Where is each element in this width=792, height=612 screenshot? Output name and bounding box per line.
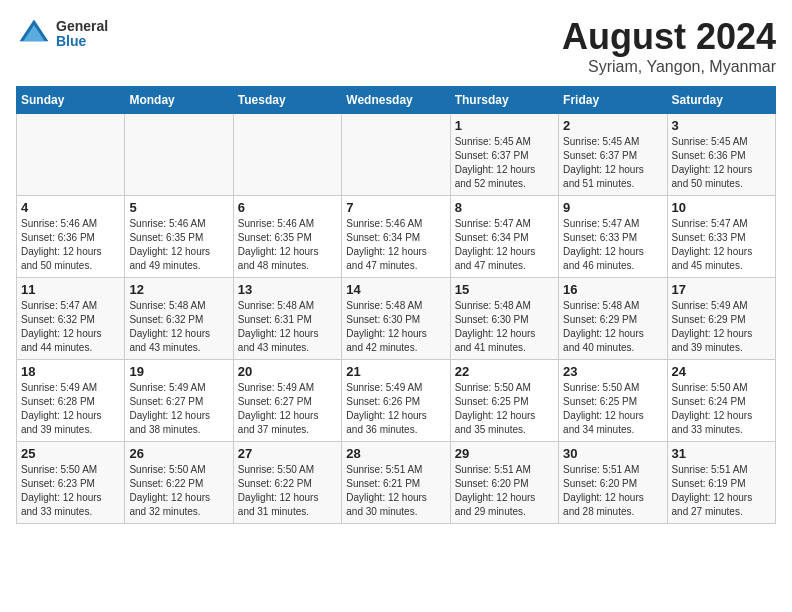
calendar-week-row: 18 Sunrise: 5:49 AMSunset: 6:28 PMDaylig… [17, 360, 776, 442]
calendar-week-row: 25 Sunrise: 5:50 AMSunset: 6:23 PMDaylig… [17, 442, 776, 524]
day-info: Sunrise: 5:49 AMSunset: 6:29 PMDaylight:… [672, 299, 771, 355]
day-number: 21 [346, 364, 445, 379]
day-info: Sunrise: 5:45 AMSunset: 6:36 PMDaylight:… [672, 135, 771, 191]
day-number: 22 [455, 364, 554, 379]
day-number: 31 [672, 446, 771, 461]
calendar-cell: 19 Sunrise: 5:49 AMSunset: 6:27 PMDaylig… [125, 360, 233, 442]
day-info: Sunrise: 5:50 AMSunset: 6:22 PMDaylight:… [129, 463, 228, 519]
calendar-cell: 21 Sunrise: 5:49 AMSunset: 6:26 PMDaylig… [342, 360, 450, 442]
header-day-sunday: Sunday [17, 87, 125, 114]
day-info: Sunrise: 5:50 AMSunset: 6:25 PMDaylight:… [455, 381, 554, 437]
day-number: 28 [346, 446, 445, 461]
title-area: August 2024 Syriam, Yangon, Myanmar [562, 16, 776, 76]
calendar-week-row: 11 Sunrise: 5:47 AMSunset: 6:32 PMDaylig… [17, 278, 776, 360]
calendar-cell: 7 Sunrise: 5:46 AMSunset: 6:34 PMDayligh… [342, 196, 450, 278]
day-info: Sunrise: 5:47 AMSunset: 6:33 PMDaylight:… [563, 217, 662, 273]
day-info: Sunrise: 5:48 AMSunset: 6:30 PMDaylight:… [455, 299, 554, 355]
day-number: 7 [346, 200, 445, 215]
calendar-cell: 23 Sunrise: 5:50 AMSunset: 6:25 PMDaylig… [559, 360, 667, 442]
calendar-cell: 13 Sunrise: 5:48 AMSunset: 6:31 PMDaylig… [233, 278, 341, 360]
day-info: Sunrise: 5:49 AMSunset: 6:27 PMDaylight:… [129, 381, 228, 437]
day-number: 24 [672, 364, 771, 379]
calendar-cell: 5 Sunrise: 5:46 AMSunset: 6:35 PMDayligh… [125, 196, 233, 278]
calendar-cell: 20 Sunrise: 5:49 AMSunset: 6:27 PMDaylig… [233, 360, 341, 442]
day-number: 19 [129, 364, 228, 379]
day-info: Sunrise: 5:50 AMSunset: 6:23 PMDaylight:… [21, 463, 120, 519]
header-day-thursday: Thursday [450, 87, 558, 114]
day-number: 29 [455, 446, 554, 461]
day-info: Sunrise: 5:46 AMSunset: 6:35 PMDaylight:… [238, 217, 337, 273]
calendar-cell: 16 Sunrise: 5:48 AMSunset: 6:29 PMDaylig… [559, 278, 667, 360]
day-number: 10 [672, 200, 771, 215]
calendar-cell: 9 Sunrise: 5:47 AMSunset: 6:33 PMDayligh… [559, 196, 667, 278]
calendar-cell: 30 Sunrise: 5:51 AMSunset: 6:20 PMDaylig… [559, 442, 667, 524]
calendar-week-row: 1 Sunrise: 5:45 AMSunset: 6:37 PMDayligh… [17, 114, 776, 196]
day-info: Sunrise: 5:51 AMSunset: 6:20 PMDaylight:… [455, 463, 554, 519]
day-info: Sunrise: 5:51 AMSunset: 6:19 PMDaylight:… [672, 463, 771, 519]
day-number: 2 [563, 118, 662, 133]
calendar-cell: 24 Sunrise: 5:50 AMSunset: 6:24 PMDaylig… [667, 360, 775, 442]
logo: General Blue [16, 16, 108, 52]
day-number: 30 [563, 446, 662, 461]
calendar-cell: 15 Sunrise: 5:48 AMSunset: 6:30 PMDaylig… [450, 278, 558, 360]
day-info: Sunrise: 5:46 AMSunset: 6:34 PMDaylight:… [346, 217, 445, 273]
header: General Blue August 2024 Syriam, Yangon,… [16, 16, 776, 76]
day-info: Sunrise: 5:45 AMSunset: 6:37 PMDaylight:… [563, 135, 662, 191]
calendar-cell: 12 Sunrise: 5:48 AMSunset: 6:32 PMDaylig… [125, 278, 233, 360]
calendar-cell: 14 Sunrise: 5:48 AMSunset: 6:30 PMDaylig… [342, 278, 450, 360]
day-info: Sunrise: 5:51 AMSunset: 6:21 PMDaylight:… [346, 463, 445, 519]
calendar-cell: 11 Sunrise: 5:47 AMSunset: 6:32 PMDaylig… [17, 278, 125, 360]
calendar-cell [233, 114, 341, 196]
calendar-cell: 10 Sunrise: 5:47 AMSunset: 6:33 PMDaylig… [667, 196, 775, 278]
day-number: 3 [672, 118, 771, 133]
calendar-cell [342, 114, 450, 196]
logo-blue: Blue [56, 34, 108, 49]
day-number: 26 [129, 446, 228, 461]
day-number: 27 [238, 446, 337, 461]
day-number: 20 [238, 364, 337, 379]
day-number: 12 [129, 282, 228, 297]
day-number: 18 [21, 364, 120, 379]
day-info: Sunrise: 5:50 AMSunset: 6:25 PMDaylight:… [563, 381, 662, 437]
header-day-tuesday: Tuesday [233, 87, 341, 114]
calendar-cell: 17 Sunrise: 5:49 AMSunset: 6:29 PMDaylig… [667, 278, 775, 360]
header-day-wednesday: Wednesday [342, 87, 450, 114]
calendar-cell: 25 Sunrise: 5:50 AMSunset: 6:23 PMDaylig… [17, 442, 125, 524]
header-day-saturday: Saturday [667, 87, 775, 114]
day-info: Sunrise: 5:48 AMSunset: 6:29 PMDaylight:… [563, 299, 662, 355]
day-info: Sunrise: 5:49 AMSunset: 6:26 PMDaylight:… [346, 381, 445, 437]
calendar-cell: 2 Sunrise: 5:45 AMSunset: 6:37 PMDayligh… [559, 114, 667, 196]
calendar-cell [17, 114, 125, 196]
day-number: 16 [563, 282, 662, 297]
day-number: 1 [455, 118, 554, 133]
calendar-table: SundayMondayTuesdayWednesdayThursdayFrid… [16, 86, 776, 524]
header-day-monday: Monday [125, 87, 233, 114]
calendar-cell: 18 Sunrise: 5:49 AMSunset: 6:28 PMDaylig… [17, 360, 125, 442]
day-info: Sunrise: 5:51 AMSunset: 6:20 PMDaylight:… [563, 463, 662, 519]
calendar-cell: 8 Sunrise: 5:47 AMSunset: 6:34 PMDayligh… [450, 196, 558, 278]
day-info: Sunrise: 5:48 AMSunset: 6:30 PMDaylight:… [346, 299, 445, 355]
day-info: Sunrise: 5:46 AMSunset: 6:36 PMDaylight:… [21, 217, 120, 273]
calendar-cell: 31 Sunrise: 5:51 AMSunset: 6:19 PMDaylig… [667, 442, 775, 524]
day-info: Sunrise: 5:50 AMSunset: 6:24 PMDaylight:… [672, 381, 771, 437]
calendar-cell: 4 Sunrise: 5:46 AMSunset: 6:36 PMDayligh… [17, 196, 125, 278]
logo-icon [16, 16, 52, 52]
day-info: Sunrise: 5:46 AMSunset: 6:35 PMDaylight:… [129, 217, 228, 273]
calendar-cell: 1 Sunrise: 5:45 AMSunset: 6:37 PMDayligh… [450, 114, 558, 196]
day-info: Sunrise: 5:49 AMSunset: 6:28 PMDaylight:… [21, 381, 120, 437]
day-number: 13 [238, 282, 337, 297]
day-number: 25 [21, 446, 120, 461]
calendar-header-row: SundayMondayTuesdayWednesdayThursdayFrid… [17, 87, 776, 114]
day-number: 11 [21, 282, 120, 297]
day-info: Sunrise: 5:48 AMSunset: 6:31 PMDaylight:… [238, 299, 337, 355]
day-number: 8 [455, 200, 554, 215]
calendar-cell [125, 114, 233, 196]
day-number: 23 [563, 364, 662, 379]
day-number: 4 [21, 200, 120, 215]
page-title: August 2024 [562, 16, 776, 58]
day-number: 5 [129, 200, 228, 215]
calendar-week-row: 4 Sunrise: 5:46 AMSunset: 6:36 PMDayligh… [17, 196, 776, 278]
day-number: 17 [672, 282, 771, 297]
day-info: Sunrise: 5:49 AMSunset: 6:27 PMDaylight:… [238, 381, 337, 437]
logo-text: General Blue [56, 19, 108, 50]
